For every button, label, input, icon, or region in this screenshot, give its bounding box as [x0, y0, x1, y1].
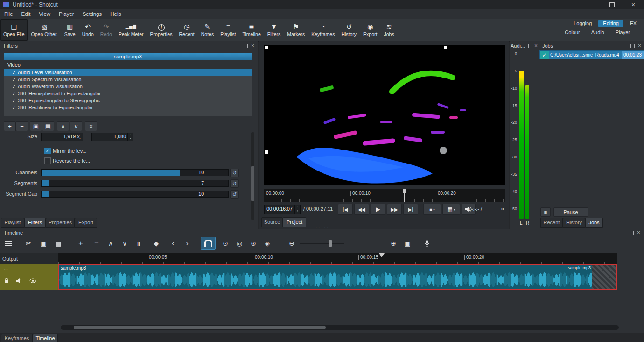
tab-playlist[interactable]: Playlist: [1, 218, 24, 228]
stop-button[interactable]: ■▾: [423, 204, 441, 215]
player-time-ruler[interactable]: 00:00:00 00:00:10 00:00:20: [264, 189, 505, 202]
history-button[interactable]: ↺ History: [338, 19, 359, 41]
menu-player[interactable]: Player: [55, 9, 78, 19]
output-track-header[interactable]: Output: [0, 253, 58, 264]
timeline-scrollbar-thumb[interactable]: [74, 326, 326, 329]
size-height-spinner[interactable]: ▴▾: [127, 133, 133, 141]
audio-track-header[interactable]: ...: [0, 264, 58, 290]
reverse-checkbox[interactable]: [44, 157, 51, 164]
current-position-field[interactable]: 00:00:16:07 ▴▾: [264, 205, 301, 214]
maximize-button[interactable]: [601, 0, 623, 9]
recent-button[interactable]: ◷ Recent: [176, 19, 197, 41]
open-file-button[interactable]: ▤ Open File: [0, 19, 28, 41]
segments-reset-button[interactable]: ↺: [230, 179, 239, 188]
timeline-close-icon[interactable]: ×: [637, 230, 640, 235]
zoom-out-button[interactable]: ⊖: [286, 238, 298, 249]
undo-button[interactable]: ↶ Undo: [79, 19, 97, 41]
paste-button[interactable]: ▤: [52, 238, 64, 249]
menu-file[interactable]: File: [0, 9, 17, 19]
mute-track-icon[interactable]: [16, 278, 23, 284]
tab-source[interactable]: Source: [261, 217, 283, 227]
skip-to-start-button[interactable]: |◀: [338, 204, 353, 215]
filter-check-icon[interactable]: ✓: [10, 104, 18, 111]
rewind-button[interactable]: ◀◀: [354, 204, 369, 215]
skip-to-end-button[interactable]: ▶|: [403, 204, 418, 215]
channels-reset-button[interactable]: ↺: [230, 169, 239, 177]
notes-button[interactable]: ✎ Notes: [198, 19, 217, 41]
tab-history[interactable]: History: [563, 218, 585, 228]
add-filter-button[interactable]: +: [4, 121, 16, 131]
timeline-scrollbar[interactable]: [61, 325, 619, 330]
layout-editing-button[interactable]: Editing: [598, 20, 623, 27]
jobs-close-icon[interactable]: ×: [638, 43, 641, 48]
grid-dropdown-icon[interactable]: ▾: [454, 207, 455, 212]
lock-track-icon[interactable]: [4, 278, 9, 284]
menu-settings[interactable]: Settings: [78, 9, 106, 19]
timeline-playhead[interactable]: [382, 253, 382, 322]
segments-slider[interactable]: 7: [41, 180, 229, 187]
tab-filters[interactable]: Filters: [24, 218, 46, 228]
tab-export[interactable]: Export: [75, 218, 97, 228]
properties-button[interactable]: i Properties: [147, 19, 175, 41]
playlist-button[interactable]: ≡ Playlist: [217, 19, 238, 41]
fast-forward-button[interactable]: ▶▶: [387, 204, 402, 215]
remove-filter-button[interactable]: −: [16, 121, 28, 131]
filters-button[interactable]: ▼ Filters: [265, 19, 284, 41]
timeline-float-icon[interactable]: [630, 231, 634, 235]
stop-dropdown-icon[interactable]: ▾: [433, 207, 435, 212]
tab-recent[interactable]: Recent: [540, 218, 563, 228]
layout-colour-button[interactable]: Colour: [560, 28, 584, 36]
meter-close-icon[interactable]: ×: [534, 43, 538, 48]
create-marker-button[interactable]: ◆: [150, 238, 162, 249]
tab-keyframes[interactable]: Keyframes: [1, 334, 33, 342]
timeline-ruler[interactable]: 00:00:05 00:00:10 00:00:15 00:00:20: [58, 253, 617, 264]
next-marker-button[interactable]: ›: [181, 238, 193, 249]
filter-row-audio-level[interactable]: ✓ Audio Level Visualisation: [4, 69, 252, 76]
filter-check-icon[interactable]: ✓: [10, 83, 18, 90]
player-playhead[interactable]: [404, 189, 405, 202]
menu-view[interactable]: View: [35, 9, 55, 19]
open-other-button[interactable]: ▧ Open Other.: [28, 19, 61, 41]
vui-handle-top-left[interactable]: [265, 46, 268, 49]
vui-handle-left-middle[interactable]: [265, 150, 268, 154]
tab-properties[interactable]: Properties: [46, 218, 75, 228]
filter-check-icon[interactable]: ✓: [10, 97, 18, 104]
redo-button[interactable]: ↷ Redo: [98, 19, 115, 41]
keyframes-button[interactable]: ◔ Keyframes: [308, 19, 337, 41]
copy-filters-button[interactable]: ▣: [30, 121, 42, 131]
mirror-checkbox[interactable]: ✓: [44, 148, 51, 154]
job-row[interactable]: ✓ C:\Users\elusi...smic_Roads.mp4 00:01:…: [539, 50, 644, 59]
deselect-filter-button[interactable]: ×: [85, 121, 97, 131]
jobs-float-icon[interactable]: [630, 44, 635, 48]
tab-timeline[interactable]: Timeline: [33, 334, 58, 342]
lift-button[interactable]: ∧: [105, 238, 117, 249]
scrub-while-dragging-button[interactable]: ⊙: [219, 238, 231, 249]
toolbar-overflow-icon[interactable]: »: [501, 205, 504, 212]
split-button[interactable]: ][: [133, 238, 145, 249]
filter-check-icon[interactable]: ✓: [10, 76, 18, 83]
hide-track-icon[interactable]: [29, 278, 36, 283]
pause-button[interactable]: Pause: [553, 207, 588, 217]
filter-row-audio-waveform[interactable]: ✓ Audio Waveform Visualisation: [4, 83, 252, 90]
filters-float-icon[interactable]: [244, 44, 248, 48]
jobs-menu-button[interactable]: ≡: [540, 207, 551, 217]
ripple-all-tracks-button[interactable]: ⊛: [247, 238, 259, 249]
tab-jobs[interactable]: Jobs: [585, 218, 603, 228]
ripple-delete-button[interactable]: −: [91, 238, 103, 249]
filter-row-audio-spectrum[interactable]: ✓ Audio Spectrum Visualisation: [4, 76, 252, 83]
meter-float-icon[interactable]: [528, 44, 532, 48]
overwrite-button[interactable]: ∨: [119, 238, 131, 249]
menu-help[interactable]: Help: [106, 9, 126, 19]
position-spinner[interactable]: ▴▾: [294, 205, 300, 214]
save-button[interactable]: ▦ Save: [62, 19, 78, 41]
timeline-menu-button[interactable]: [2, 238, 14, 249]
layout-player-button[interactable]: Player: [611, 28, 635, 36]
record-audio-button[interactable]: [421, 238, 433, 249]
append-button[interactable]: +: [75, 238, 87, 249]
ripple-button[interactable]: ◎: [233, 238, 245, 249]
filter-row-360-hemispherical[interactable]: ✓ 360: Hemispherical to Equirectangular: [4, 90, 252, 97]
segment-gap-reset-button[interactable]: ↺: [230, 190, 239, 199]
size-height-field[interactable]: 1,080 ▴▾: [91, 133, 133, 141]
layout-logging-button[interactable]: Logging: [569, 20, 596, 27]
ripple-markers-button[interactable]: ◈: [261, 238, 273, 249]
